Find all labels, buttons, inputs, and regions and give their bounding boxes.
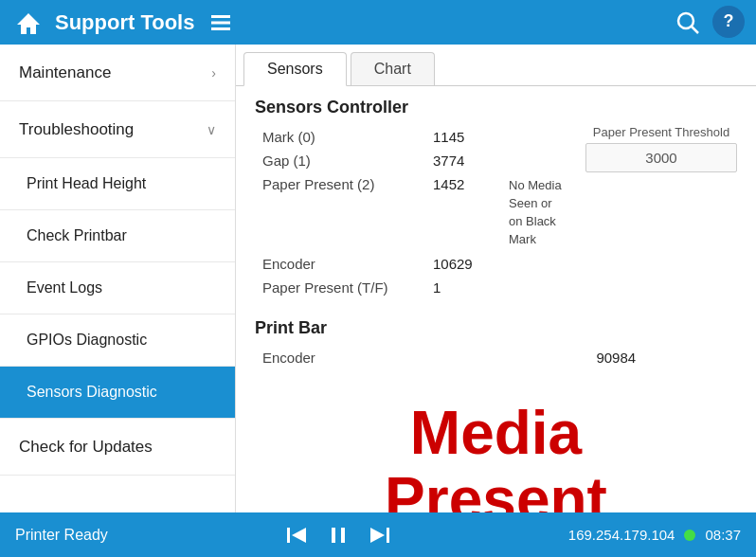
svg-point-4 <box>678 13 693 28</box>
main-layout: Maintenance › Troubleshooting ∨ Print He… <box>0 45 756 512</box>
sensor-value: 1145 <box>425 125 501 149</box>
pause-icon <box>325 522 351 548</box>
sensor-label: Encoder <box>255 252 425 276</box>
sensor-value: 1 <box>425 276 501 299</box>
sensor-label: Gap (1) <box>255 149 425 172</box>
chevron-down-icon: ∨ <box>207 122 216 137</box>
table-row: Encoder 10629 <box>255 252 585 276</box>
ip-address: 169.254.179.104 <box>568 527 675 543</box>
help-button[interactable]: ? <box>712 6 745 38</box>
sensors-controller-title: Sensors Controller <box>255 98 737 117</box>
header-actions: ? <box>671 6 745 40</box>
svg-rect-9 <box>341 528 345 543</box>
tab-chart-label: Chart <box>374 61 411 77</box>
header-left: Support Tools <box>11 6 238 40</box>
sidebar-item-check-for-updates[interactable]: Check for Updates <box>0 419 235 476</box>
search-button[interactable] <box>671 6 705 40</box>
sidebar: Maintenance › Troubleshooting ∨ Print He… <box>0 45 236 512</box>
threshold-label: Paper Present Threshold <box>585 125 737 139</box>
sidebar-item-troubleshooting-label: Troubleshooting <box>19 120 134 139</box>
tab-sensors[interactable]: Sensors <box>243 52 347 86</box>
table-row: Mark (0) 1145 <box>255 125 585 149</box>
sidebar-item-check-for-updates-label: Check for Updates <box>19 438 153 457</box>
app-title: Support Tools <box>55 10 194 35</box>
sidebar-item-event-logs[interactable]: Event Logs <box>0 262 235 314</box>
svg-rect-1 <box>211 15 230 18</box>
tab-chart[interactable]: Chart <box>351 52 435 85</box>
clock-time: 08:37 <box>705 527 741 543</box>
sidebar-item-check-printbar-label: Check Printbar <box>27 227 127 244</box>
printbar-value: 90984 <box>588 346 737 369</box>
chevron-right-icon: › <box>211 65 216 81</box>
table-row: Gap (1) 3774 <box>255 149 585 172</box>
header: Support Tools ? <box>0 0 756 45</box>
media-controls <box>283 522 393 548</box>
table-row: Paper Present (2) 1452 No Media Seen or … <box>255 172 585 252</box>
sidebar-item-sensors-diagnostic[interactable]: Sensors Diagnostic <box>0 367 235 419</box>
sensor-label: Mark (0) <box>255 125 425 149</box>
menu-button[interactable] <box>204 6 238 40</box>
status-dot-icon <box>684 530 695 541</box>
no-media-text: No Media Seen or on Black Mark <box>509 178 562 246</box>
skip-back-button[interactable] <box>283 522 310 548</box>
skip-forward-button[interactable] <box>367 522 393 548</box>
printbar-title: Print Bar <box>255 318 737 338</box>
sidebar-item-check-printbar[interactable]: Check Printbar <box>0 210 235 262</box>
search-icon <box>675 10 700 35</box>
sensor-label: Paper Present (T/F) <box>255 276 425 299</box>
svg-rect-2 <box>211 21 230 24</box>
sensor-value: 3774 <box>425 149 501 172</box>
sidebar-item-print-head-height-label: Print Head Height <box>27 175 146 192</box>
svg-line-5 <box>692 27 698 33</box>
svg-marker-0 <box>17 13 40 34</box>
pause-button[interactable] <box>325 522 351 548</box>
svg-marker-7 <box>292 528 306 543</box>
svg-rect-3 <box>211 27 230 30</box>
help-icon: ? <box>724 11 734 31</box>
sidebar-item-maintenance[interactable]: Maintenance › <box>0 45 235 101</box>
footer: Printer Ready 169.254.179.104 08:37 <box>0 512 756 557</box>
sensor-data-area: Sensors Controller Mark (0) 1145 Gap (1)… <box>236 86 756 512</box>
sensor-value: 10629 <box>425 252 501 276</box>
skip-forward-icon <box>367 522 393 548</box>
sidebar-item-event-logs-label: Event Logs <box>27 279 102 296</box>
sidebar-item-gpios-diagnostic[interactable]: GPIOs Diagnostic <box>0 314 235 367</box>
sensor-value: 1452 <box>425 172 501 252</box>
svg-rect-10 <box>387 528 389 543</box>
printer-status: Printer Ready <box>15 527 108 544</box>
sidebar-item-gpios-diagnostic-label: GPIOs Diagnostic <box>27 332 147 349</box>
sensors-table: Mark (0) 1145 Gap (1) 3774 Paper Present… <box>255 125 585 299</box>
threshold-container: Paper Present Threshold 3000 <box>585 125 737 172</box>
printbar-label: Encoder <box>255 346 588 369</box>
svg-rect-8 <box>332 528 335 543</box>
sidebar-item-print-head-height[interactable]: Print Head Height <box>0 158 235 210</box>
skip-back-icon <box>283 522 310 548</box>
sidebar-item-sensors-diagnostic-label: Sensors Diagnostic <box>27 384 157 401</box>
sensor-label: Paper Present (2) <box>255 172 425 252</box>
tab-bar: Sensors Chart <box>236 45 756 86</box>
svg-marker-11 <box>370 528 385 543</box>
table-row: Encoder 90984 <box>255 346 737 369</box>
printbar-table: Encoder 90984 <box>255 346 737 369</box>
table-row: Paper Present (T/F) 1 <box>255 276 585 299</box>
sensors-content: Sensors Controller Mark (0) 1145 Gap (1)… <box>236 86 756 512</box>
footer-info: 169.254.179.104 08:37 <box>568 527 741 543</box>
sidebar-item-troubleshooting[interactable]: Troubleshooting ∨ <box>0 101 235 158</box>
media-present-display: MediaPresent <box>255 381 737 512</box>
tab-sensors-label: Sensors <box>267 61 323 77</box>
home-icon <box>15 9 42 36</box>
home-button[interactable] <box>11 6 45 40</box>
menu-icon <box>209 11 232 34</box>
svg-rect-6 <box>287 528 290 543</box>
threshold-value: 3000 <box>585 143 737 172</box>
sidebar-item-maintenance-label: Maintenance <box>19 63 111 82</box>
content-area: Sensors Chart Sensors Controller Mark (0… <box>236 45 756 512</box>
